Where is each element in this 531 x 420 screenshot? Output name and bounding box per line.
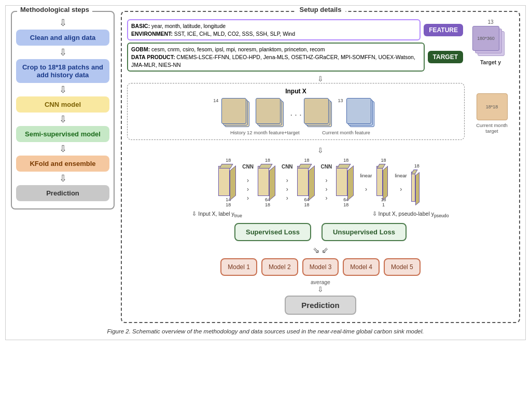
input-x-title: Input X <box>132 88 460 95</box>
cnn-label-2: CNN <box>282 164 293 170</box>
cnn-block-5: 18 <box>411 163 423 202</box>
model-2: Model 2 <box>261 258 298 276</box>
cnn-block-3: 18 64 18 <box>336 158 356 207</box>
patch-stack2-1 <box>256 98 281 124</box>
patches-row: 14 18*18 18*18 <box>132 98 460 135</box>
dots: . . . <box>290 108 301 118</box>
average-label: average <box>127 279 514 285</box>
supervised-loss: Supervised Loss <box>234 223 311 241</box>
arrow-to-cnn: ⇩ <box>127 146 514 155</box>
arrow-0: ⇩ <box>16 18 109 27</box>
cnn-block-0: 18 14 18 <box>218 158 238 207</box>
feature-text-box: BASIC: year, month, latitude, longitude … <box>127 19 421 40</box>
target-y-label: Target y <box>480 59 501 65</box>
stack-card-1: 180*360 <box>472 26 499 51</box>
double-arrow: ⇘ ⇙ <box>127 245 514 255</box>
cnn-block-1: 18 64 18 <box>258 158 277 207</box>
step-prediction-left: Prediction <box>16 185 109 201</box>
step-crop: Crop to 18*18 patchs and add history dat… <box>16 59 109 83</box>
models-row: Model 1 Model 2 Model 3 Model 4 Model 5 <box>127 258 514 276</box>
step-semi: Semi-supervised model <box>16 126 109 142</box>
cnn-block-2: 18 64 18 <box>297 158 317 207</box>
step-kfold: KFold and ensemble <box>16 156 109 172</box>
step-clean: Clean and align data <box>16 30 109 46</box>
patch-blue-1 <box>346 98 371 124</box>
pred-row: Prediction <box>127 296 514 315</box>
step-cnn: CNN model <box>16 96 109 113</box>
avg-arrow: ⇩ <box>127 285 514 293</box>
main-layout: Methodological steps ⇩ Clean and align d… <box>11 11 520 323</box>
current-month-target-label: Current month target <box>470 122 514 134</box>
cnn-label-1: CNN <box>242 164 254 170</box>
arrow-2: ⇩ <box>16 85 109 94</box>
patch-stack3-1 <box>304 98 329 124</box>
figure-caption: Figure 2. Schematic overview of the meth… <box>11 328 520 334</box>
target-button: TARGET <box>428 51 463 63</box>
cnn-block-4: 18 18 1 <box>376 158 391 207</box>
left-panel-title: Methodological steps <box>17 6 92 13</box>
model-3: Model 3 <box>302 258 339 276</box>
model-1: Model 1 <box>220 258 257 276</box>
left-panel: Methodological steps ⇩ Clean and align d… <box>11 11 115 209</box>
patch-group1-num: 14 <box>213 98 218 103</box>
target-text-box: GOBM: cesm, cnrm, csiro, fesom, ipsl, mp… <box>127 43 425 72</box>
loss-arrows-row: ⇩ Input X, label ytrue ⇩ Input X, pseudo… <box>127 211 514 218</box>
loss-section: Supervised Loss Unsupervised Loss <box>127 223 514 241</box>
linear-label-2: linear <box>395 173 407 178</box>
group2-label: Current month feature <box>319 130 373 135</box>
model-5: Model 5 <box>384 258 421 276</box>
arrow-5: ⇩ <box>16 174 109 183</box>
current-month-target-card: 18*18 <box>477 93 508 120</box>
arrow-4: ⇩ <box>16 144 109 153</box>
right-panel: Setup details BASIC: year, month, latitu… <box>121 11 520 323</box>
main-container: Methodological steps ⇩ Clean and align d… <box>5 5 526 340</box>
right-panel-title: Setup details <box>296 6 346 13</box>
arrow-to-inputx: ⇩ <box>127 75 514 83</box>
patch-stack-1 <box>221 98 246 124</box>
prediction-right: Prediction <box>285 296 356 315</box>
patch-group2-num: 13 <box>338 98 343 103</box>
arrow-1: ⇩ <box>16 48 109 57</box>
group1-label: History 12 month feature+target <box>218 130 311 135</box>
input-x-area: Input X 14 18*18 <box>127 83 465 140</box>
arrow-3: ⇩ <box>16 115 109 124</box>
cnn-diagram: 18 14 18 CNN › › › <box>127 158 514 207</box>
cnn-label-3: CNN <box>321 164 332 170</box>
target-y-number-label: 13 <box>487 19 493 25</box>
linear-label-1: linear <box>360 173 372 178</box>
model-4: Model 4 <box>343 258 380 276</box>
feature-button: FEATURE <box>424 24 463 36</box>
unsupervised-loss: Unsupervised Loss <box>322 223 407 241</box>
